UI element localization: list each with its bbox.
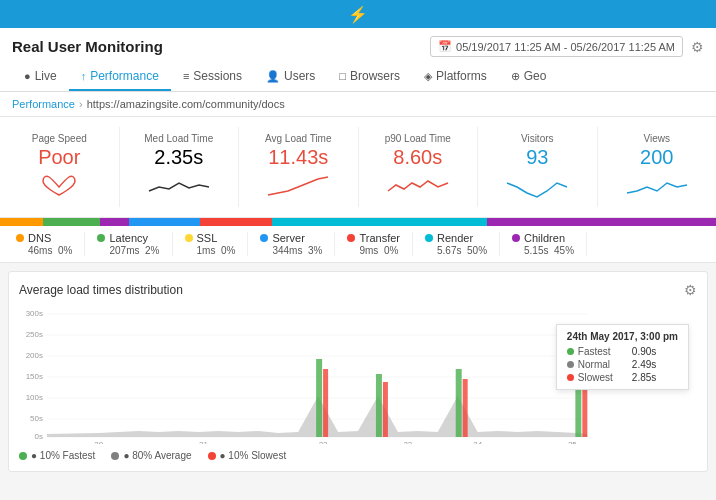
metric-avg-load: Avg Load Time 11.43s xyxy=(239,127,359,207)
legend-label-children: Children xyxy=(524,232,565,244)
legend-val-render: 5.67s 50% xyxy=(425,245,487,256)
legend-label-render: Render xyxy=(437,232,473,244)
tooltip-normal-label: Normal xyxy=(578,359,628,370)
legend-label-dns: DNS xyxy=(28,232,51,244)
legend-val-dns: 46ms 0% xyxy=(16,245,72,256)
visitors-sparkline xyxy=(494,173,581,201)
tab-sessions[interactable]: ≡ Sessions xyxy=(171,63,254,91)
tooltip-slowest-value: 2.85s xyxy=(632,372,656,383)
metric-views: Views 200 xyxy=(598,127,717,207)
metric-visitors: Visitors 93 xyxy=(478,127,598,207)
footer-slowest-dot xyxy=(208,452,216,460)
performance-icon: ↑ xyxy=(81,70,87,82)
avg-load-value: 11.43s xyxy=(255,146,342,169)
footer-slowest: ● 10% Slowest xyxy=(208,450,287,461)
svg-text:150s: 150s xyxy=(26,372,43,381)
tab-platforms[interactable]: ◈ Platforms xyxy=(412,63,499,91)
dist-segment xyxy=(200,218,272,226)
svg-text:21: 21 xyxy=(199,440,208,444)
chart-settings-icon[interactable]: ⚙ xyxy=(684,282,697,298)
avg-load-label: Avg Load Time xyxy=(255,133,342,144)
legend-label-latency: Latency xyxy=(109,232,148,244)
med-load-sparkline xyxy=(136,173,223,201)
tooltip-title: 24th May 2017, 3:00 pm xyxy=(567,331,678,342)
legend-dot-children xyxy=(512,234,520,242)
page-speed-value: Poor xyxy=(16,146,103,169)
visitors-label: Visitors xyxy=(494,133,581,144)
legend-label-transfer: Transfer xyxy=(359,232,400,244)
legend-dot-server xyxy=(260,234,268,242)
date-range-text: 05/19/2017 11:25 AM - 05/26/2017 11:25 A… xyxy=(456,41,675,53)
tab-sessions-label: Sessions xyxy=(193,69,242,83)
browsers-icon: □ xyxy=(339,70,346,82)
dist-segment xyxy=(129,218,201,226)
dist-segment xyxy=(100,218,129,226)
chart-area: 300s 250s 200s 150s 100s 50s 0s xyxy=(19,304,697,444)
legend-item-server: Server 344ms 3% xyxy=(248,232,335,256)
svg-rect-16 xyxy=(376,374,382,437)
legend-val-transfer: 9ms 0% xyxy=(347,245,398,256)
metric-p90-load: p90 Load Time 8.60s xyxy=(359,127,479,207)
legend-dot-latency xyxy=(97,234,105,242)
legend-top-server: Server xyxy=(260,232,304,244)
legend-top-ssl: SSL xyxy=(185,232,218,244)
breadcrumb-path: https://amazingsite.com/community/docs xyxy=(87,98,285,110)
dist-segment xyxy=(487,218,716,226)
svg-rect-20 xyxy=(383,382,388,437)
p90-load-sparkline xyxy=(375,173,462,201)
legend-dot-render xyxy=(425,234,433,242)
distribution-bar xyxy=(0,218,716,226)
legend-val-server: 344ms 3% xyxy=(260,245,322,256)
tab-live-label: Live xyxy=(35,69,57,83)
dist-segment xyxy=(43,218,100,226)
dist-segment xyxy=(0,218,43,226)
chart-title: Average load times distribution xyxy=(19,283,183,297)
breadcrumb-separator: › xyxy=(79,98,83,110)
svg-text:250s: 250s xyxy=(26,330,43,339)
users-icon: 👤 xyxy=(266,70,280,83)
svg-text:23: 23 xyxy=(403,440,412,444)
tab-performance[interactable]: ↑ Performance xyxy=(69,63,171,91)
app-title: Real User Monitoring xyxy=(12,38,163,55)
calendar-icon: 📅 xyxy=(438,40,452,53)
chart-section: Average load times distribution ⚙ 300s 2… xyxy=(8,271,708,472)
legend-dot-ssl xyxy=(185,234,193,242)
sessions-icon: ≡ xyxy=(183,70,189,82)
svg-rect-21 xyxy=(463,379,468,437)
tooltip-normal-value: 2.49s xyxy=(632,359,656,370)
settings-icon[interactable]: ⚙ xyxy=(691,39,704,55)
legend-item-render: Render 5.67s 50% xyxy=(413,232,500,256)
live-icon: ● xyxy=(24,70,31,82)
legend-item-children: Children 5.15s 45% xyxy=(500,232,587,256)
legend-top-latency: Latency xyxy=(97,232,148,244)
views-label: Views xyxy=(614,133,701,144)
tab-browsers-label: Browsers xyxy=(350,69,400,83)
views-value: 200 xyxy=(614,146,701,169)
tab-geo[interactable]: ⊕ Geo xyxy=(499,63,559,91)
svg-text:20: 20 xyxy=(94,440,103,444)
platforms-icon: ◈ xyxy=(424,70,432,83)
tab-browsers[interactable]: □ Browsers xyxy=(327,63,412,91)
tab-live[interactable]: ● Live xyxy=(12,63,69,91)
breadcrumb-link[interactable]: Performance xyxy=(12,98,75,110)
header: Real User Monitoring 📅 05/19/2017 11:25 … xyxy=(0,28,716,92)
date-range-picker[interactable]: 📅 05/19/2017 11:25 AM - 05/26/2017 11:25… xyxy=(430,36,683,57)
legend-val-ssl: 1ms 0% xyxy=(185,245,236,256)
footer-slowest-label: ● 10% Slowest xyxy=(220,450,287,461)
legend-top-transfer: Transfer xyxy=(347,232,400,244)
header-right: 📅 05/19/2017 11:25 AM - 05/26/2017 11:25… xyxy=(430,36,704,57)
breadcrumb: Performance › https://amazingsite.com/co… xyxy=(0,92,716,117)
legend-dot-transfer xyxy=(347,234,355,242)
svg-text:24: 24 xyxy=(473,440,482,444)
svg-rect-19 xyxy=(323,369,328,437)
legend-item-dns: DNS 46ms 0% xyxy=(12,232,85,256)
metric-med-load: Med Load Time 2.35s xyxy=(120,127,240,207)
p90-load-label: p90 Load Time xyxy=(375,133,462,144)
chart-header: Average load times distribution ⚙ xyxy=(19,282,697,298)
legend-label-server: Server xyxy=(272,232,304,244)
legend-item-latency: Latency 207ms 2% xyxy=(85,232,172,256)
legend-item-transfer: Transfer 9ms 0% xyxy=(335,232,413,256)
tab-users[interactable]: 👤 Users xyxy=(254,63,327,91)
med-load-value: 2.35s xyxy=(136,146,223,169)
footer-average-dot xyxy=(111,452,119,460)
